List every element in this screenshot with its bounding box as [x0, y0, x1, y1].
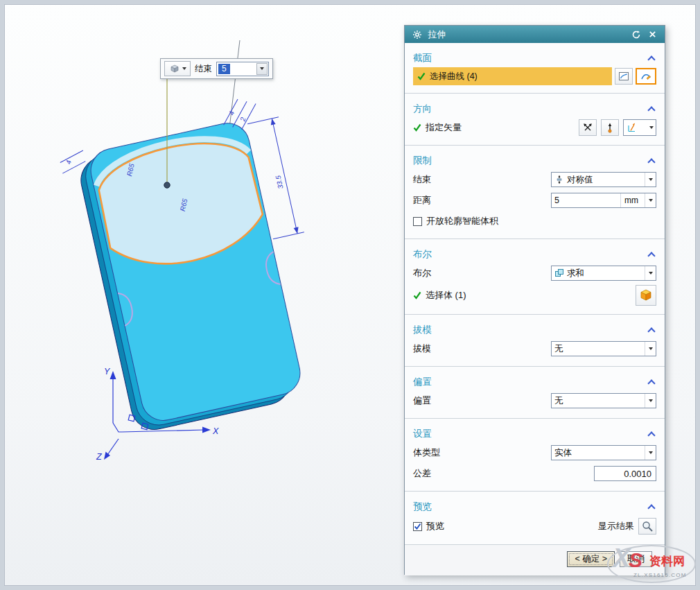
watermark-logo-s: S — [629, 550, 642, 571]
dialog-title: 拉伸 — [428, 28, 446, 41]
group-boolean: 布尔 布尔 求和 选择体 (1) — [405, 239, 665, 315]
group-direction-header[interactable]: 方向 — [413, 101, 656, 117]
boolean-label: 布尔 — [413, 267, 431, 279]
chevron-up-icon[interactable] — [647, 55, 655, 63]
watermark-site-url: ZL.XS1616.COM — [633, 572, 687, 578]
green-check-icon — [413, 291, 421, 300]
vector-dialog-button[interactable] — [579, 119, 597, 136]
gear-icon[interactable] — [411, 28, 423, 40]
group-boolean-header[interactable]: 布尔 — [413, 246, 656, 263]
open-profile-label: 开放轮廓智能体积 — [426, 215, 498, 227]
chevron-up-icon[interactable] — [647, 504, 655, 512]
sketch-section-icon — [640, 71, 651, 82]
dim-left-offset[interactable]: 4 — [64, 159, 73, 165]
dropdown-arrow[interactable] — [645, 266, 656, 280]
preview-label: 预览 — [426, 520, 444, 532]
mini-distance-dropdown[interactable] — [256, 63, 268, 75]
group-section-title: 截面 — [413, 52, 432, 64]
curve-rule-button[interactable] — [615, 68, 633, 85]
body-type-dropdown[interactable]: 实体 — [551, 445, 656, 460]
select-curve-row[interactable]: 选择曲线 (4) — [413, 67, 612, 85]
sketch-section-button[interactable] — [636, 68, 656, 85]
group-boolean-title: 布尔 — [413, 248, 432, 261]
group-limits-title: 限制 — [413, 155, 432, 167]
distance-value[interactable]: 5 — [554, 196, 559, 205]
mini-distance-field[interactable]: 5 — [216, 62, 269, 76]
draft-dropdown[interactable]: 无 — [551, 341, 656, 356]
draft-label: 拔模 — [413, 342, 431, 355]
limit-type-dropdown[interactable] — [164, 61, 191, 76]
solid-body-cube-icon — [639, 288, 653, 302]
inferred-vector-icon — [604, 122, 615, 133]
chevron-up-icon[interactable] — [647, 379, 655, 387]
group-preview: 预览 预览 显示结果 — [405, 492, 665, 544]
dim-section-height[interactable]: 33.5 — [274, 175, 284, 190]
axis-label-y: Y — [104, 367, 111, 376]
mini-end-label: 结束 — [195, 63, 212, 75]
inferred-vector-button[interactable] — [601, 119, 619, 136]
group-offset: 偏置 偏置 无 — [405, 367, 665, 419]
group-draft-header[interactable]: 拔模 — [413, 322, 656, 338]
distance-unit[interactable]: mm — [620, 193, 642, 207]
dropdown-arrow[interactable] — [645, 173, 656, 186]
distance-drag-handle[interactable] — [164, 182, 170, 188]
group-settings-title: 设置 — [413, 428, 432, 440]
vector-type-dropdown[interactable] — [623, 119, 656, 136]
dropdown-arrow[interactable] — [645, 342, 656, 356]
offset-value: 无 — [554, 395, 563, 407]
mini-distance-value[interactable]: 5 — [218, 64, 230, 74]
extrude-dialog: 拉伸 截面 选择曲线 (4) 方向 — [404, 25, 665, 575]
reset-icon[interactable] — [630, 28, 642, 40]
dim-top-offset-2[interactable]: 2 — [238, 116, 247, 123]
boolean-dropdown[interactable]: 求和 — [551, 266, 656, 281]
dropdown-arrow[interactable] — [645, 446, 656, 460]
axis-label-x: X — [212, 426, 219, 436]
distance-label: 距离 — [413, 194, 431, 207]
dropdown-arrow[interactable] — [645, 193, 656, 207]
offset-dropdown[interactable]: 无 — [551, 393, 656, 408]
green-check-icon — [413, 123, 421, 132]
watermark: X S 资料网 ZL.XS1616.COM — [606, 544, 699, 587]
chevron-up-icon[interactable] — [647, 106, 655, 114]
chevron-down-icon — [182, 67, 186, 70]
distance-field[interactable]: 5 mm — [551, 193, 656, 208]
chevron-down-icon — [260, 67, 264, 70]
show-result-button[interactable] — [638, 518, 656, 535]
green-check-icon — [417, 72, 426, 80]
group-settings-header[interactable]: 设置 — [413, 426, 656, 442]
body-type-label: 体类型 — [413, 446, 440, 459]
group-preview-header[interactable]: 预览 — [413, 498, 656, 515]
unite-icon — [554, 268, 564, 278]
select-body-label: 选择体 (1) — [426, 289, 466, 302]
tolerance-input[interactable] — [594, 466, 656, 481]
group-offset-title: 偏置 — [413, 376, 432, 388]
dialog-titlebar[interactable]: 拉伸 — [405, 26, 665, 43]
end-type-dropdown[interactable]: 对称值 — [551, 172, 656, 187]
chevron-up-icon[interactable] — [647, 252, 655, 259]
vector-dialog-icon — [582, 122, 593, 133]
chevron-up-icon[interactable] — [647, 327, 655, 335]
group-offset-header[interactable]: 偏置 — [413, 374, 656, 390]
chevron-up-icon[interactable] — [647, 158, 655, 166]
chevron-up-icon[interactable] — [647, 431, 655, 439]
tolerance-label: 公差 — [413, 467, 431, 480]
symmetric-value-icon — [554, 175, 564, 184]
select-body-button[interactable] — [636, 285, 656, 306]
end-type-value: 对称值 — [567, 174, 593, 186]
vector-axis-icon — [626, 122, 637, 133]
group-limits-header[interactable]: 限制 — [413, 153, 656, 169]
watermark-site-name: 资料网 — [649, 553, 685, 569]
select-curve-label: 选择曲线 (4) — [430, 71, 478, 83]
group-section-header[interactable]: 截面 — [413, 50, 656, 67]
draft-value: 无 — [554, 343, 563, 355]
close-icon[interactable] — [647, 28, 658, 40]
extrude-cube-icon — [169, 63, 180, 74]
group-limits: 限制 结束 对称值 距离 5 mm 开放轮廓智能体积 — [405, 146, 665, 239]
group-direction: 方向 指定矢量 — [405, 94, 665, 146]
open-profile-checkbox[interactable] — [413, 217, 422, 226]
preview-checkbox[interactable] — [413, 522, 422, 531]
axis-label-z: Z — [96, 452, 102, 462]
group-direction-title: 方向 — [413, 103, 432, 115]
curve-rule-icon — [618, 71, 629, 82]
dropdown-arrow[interactable] — [645, 394, 656, 408]
